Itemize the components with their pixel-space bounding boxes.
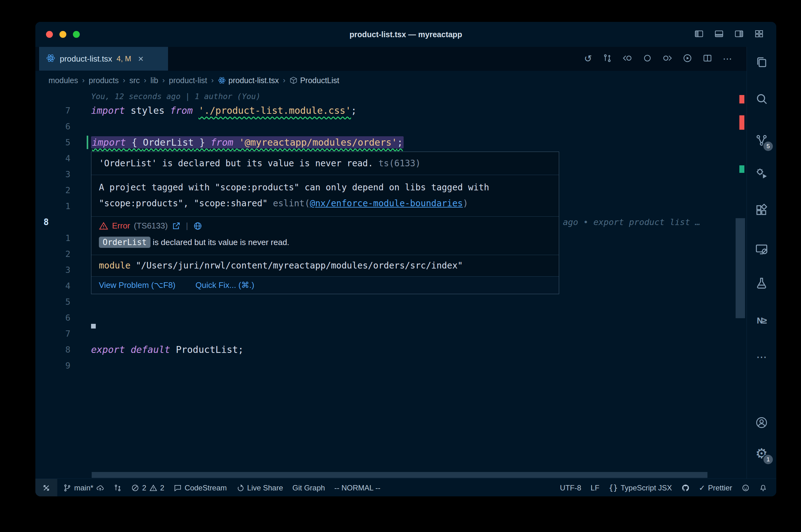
git-graph-item[interactable]: Git Graph — [288, 479, 330, 496]
code-line[interactable]: 6 — [35, 118, 747, 134]
breadcrumb-item[interactable]: product-list — [169, 76, 207, 85]
title-bar: product-list.tsx — myreactapp — [35, 22, 776, 47]
code-line[interactable]: 9 — [35, 358, 747, 374]
git-branch-icon — [63, 484, 71, 492]
next-change-icon[interactable] — [663, 54, 672, 64]
accounts-icon[interactable] — [754, 415, 769, 430]
github-item[interactable] — [677, 479, 694, 496]
breadcrumb-item[interactable]: products — [89, 76, 119, 85]
git-modified-indicator — [87, 136, 88, 149]
line-number: 7 — [35, 329, 76, 339]
run-debug-icon[interactable] — [754, 166, 769, 180]
line-number: 5 — [35, 137, 76, 147]
code-line[interactable]: 5import { OrderList } from '@myreactapp/… — [35, 134, 747, 150]
chevron-right-icon: › — [144, 76, 146, 85]
remote-explorer-icon[interactable] — [754, 242, 769, 256]
line-number: 9 — [35, 361, 76, 370]
tab-close-icon[interactable]: × — [138, 54, 144, 64]
record-icon[interactable] — [643, 54, 652, 64]
code-line[interactable]: 6 — [35, 310, 747, 326]
globe-icon[interactable] — [193, 221, 202, 231]
language-mode-item[interactable]: {}TypeScript JSX — [604, 479, 677, 496]
breadcrumb-item[interactable]: modules — [49, 76, 78, 85]
git-branch-item[interactable]: main* — [58, 479, 109, 496]
quick-fix-button[interactable]: Quick Fix... (⌘.) — [196, 280, 254, 290]
breadcrumb-item[interactable]: src — [129, 76, 140, 85]
share-icon — [236, 484, 244, 492]
overview-error-mark — [739, 95, 744, 103]
run-file-icon[interactable] — [683, 54, 692, 64]
search-icon[interactable] — [754, 92, 769, 106]
breadcrumb-file[interactable]: product-list.tsx — [218, 76, 279, 85]
code-line[interactable]: 7 — [35, 326, 747, 342]
source-control-icon[interactable]: 5 — [754, 133, 769, 148]
problems-item[interactable]: 2 2 — [126, 479, 169, 496]
tooltip-resize-handle[interactable] — [91, 324, 96, 328]
breadcrumb-symbol[interactable]: ProductList — [289, 76, 339, 85]
code-line[interactable]: 7import styles from './product-list.modu… — [35, 102, 747, 118]
line-number: 1 — [35, 201, 76, 211]
encoding-item[interactable]: UTF-8 — [556, 479, 586, 496]
open-external-icon[interactable] — [171, 221, 181, 231]
line-number: 8 — [35, 217, 76, 227]
git-compare-item[interactable] — [109, 479, 126, 496]
braces-icon: {} — [609, 483, 618, 492]
chevron-right-icon: › — [82, 76, 85, 85]
extensions-icon[interactable] — [754, 203, 769, 217]
tooltip-diagnostic-eslint: A project tagged with "scope:products" c… — [91, 175, 559, 216]
error-hover-tooltip: 'OrderList' is declared but its value is… — [91, 152, 559, 294]
split-editor-icon[interactable] — [703, 54, 712, 64]
feedback-icon — [742, 484, 750, 492]
prettier-item[interactable]: ✓Prettier — [694, 479, 737, 496]
tab-product-list[interactable]: product-list.tsx 4, M × — [39, 47, 168, 71]
breadcrumb-item[interactable]: lib — [150, 76, 158, 85]
line-number: 7 — [35, 106, 76, 115]
horizontal-scrollbar[interactable] — [92, 472, 707, 478]
code-line[interactable]: 5 — [35, 294, 747, 310]
git-compare-icon — [113, 484, 122, 492]
eol-item[interactable]: LF — [586, 479, 604, 496]
feedback-item[interactable] — [737, 479, 754, 496]
settings-gear-icon[interactable]: ⚙ 1 — [754, 446, 769, 461]
toggle-secondary-sidebar-icon[interactable] — [734, 29, 744, 40]
compare-changes-icon[interactable] — [603, 54, 612, 64]
customize-layout-icon[interactable] — [754, 29, 764, 40]
tab-problems-badge: 4, M — [117, 54, 131, 63]
git-blame-annotation: You, 12 seconds ago | 1 author (You) — [35, 90, 747, 102]
testing-icon[interactable] — [754, 276, 769, 290]
previous-change-icon[interactable] — [623, 54, 632, 64]
inline-blame-annotation: ago • export product list … — [563, 217, 700, 227]
status-bar: main* 2 2 CodeStream Live Share — [35, 478, 776, 496]
more-actions-icon[interactable]: ⋯ — [723, 54, 732, 63]
settings-badge: 1 — [763, 454, 774, 465]
symbol-chip: OrderList — [99, 236, 150, 248]
notifications-item[interactable] — [754, 479, 772, 496]
vertical-scrollbar[interactable] — [735, 218, 745, 318]
view-problem-button[interactable]: View Problem (⌥F8) — [99, 280, 176, 290]
vim-mode-item[interactable]: -- NORMAL -- — [330, 479, 385, 496]
scm-changes-badge: 5 — [763, 141, 774, 152]
chevron-right-icon: › — [211, 76, 214, 85]
timeline-icon[interactable]: ↺ — [584, 54, 592, 63]
eslint-rule-link[interactable]: @nx/enforce-module-boundaries — [310, 198, 463, 208]
line-number: 6 — [35, 121, 76, 131]
nx-console-icon[interactable]: N≥ — [754, 314, 769, 328]
remote-indicator[interactable] — [35, 479, 57, 496]
live-share-item[interactable]: Live Share — [232, 479, 288, 496]
more-views-icon[interactable]: ⋯ — [754, 350, 769, 364]
breadcrumb: modules › products › src › lib › product… — [35, 71, 747, 90]
codestream-item[interactable]: CodeStream — [169, 479, 232, 496]
files-icon[interactable] — [754, 55, 769, 70]
toggle-panel-icon[interactable] — [714, 29, 724, 40]
code-editor[interactable]: You, 12 seconds ago | 1 author (You) 7im… — [35, 90, 747, 478]
warning-count: 2 — [160, 483, 164, 492]
comment-icon — [174, 484, 182, 492]
code-line[interactable]: 8export default ProductList; — [35, 342, 747, 358]
line-number: 2 — [35, 249, 76, 259]
activity-bar: 5 N≥ ⋯ ⚙ 1 — [747, 47, 776, 478]
toggle-sidebar-icon[interactable] — [694, 29, 704, 40]
line-number: 4 — [35, 281, 76, 291]
overview-modified-mark — [739, 165, 744, 173]
window-title: product-list.tsx — myreactapp — [35, 22, 776, 47]
line-number: 2 — [35, 185, 76, 195]
